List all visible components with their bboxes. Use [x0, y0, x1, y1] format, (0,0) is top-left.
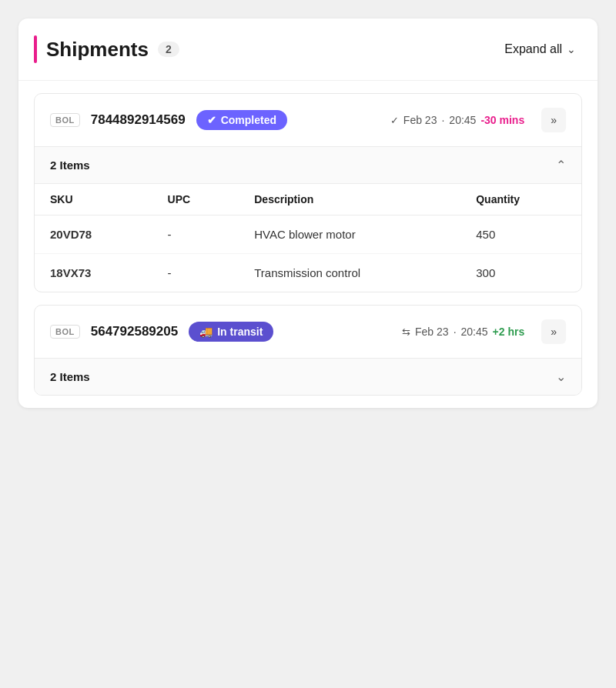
time-1: 20:45: [449, 114, 476, 126]
separator-2: ·: [454, 326, 457, 338]
items-count-2: 2 Items: [50, 370, 90, 383]
bol-label-2: BOL: [50, 325, 80, 339]
qty-cell-1-1: 300: [460, 254, 581, 292]
col-header-upc-1: UPC: [152, 184, 239, 215]
main-card: Shipments 2 Expand all ⌄ BOL 78448929145…: [18, 18, 598, 408]
check-circle-icon: ✔: [207, 114, 216, 126]
status-label-1: Completed: [221, 114, 276, 126]
header-left: Shipments 2: [34, 35, 179, 63]
date-info-1: ✓ Feb 23 · 20:45 -30 mins: [390, 114, 524, 126]
page-container: Shipments 2 Expand all ⌄ BOL 78448929145…: [12, 12, 604, 414]
shipment-header-1: BOL 7844892914569 ✔ Completed ✓ Feb 23 ·…: [35, 94, 581, 146]
bol-number-1: 7844892914569: [91, 112, 186, 128]
page-header: Shipments 2 Expand all ⌄: [18, 18, 598, 81]
desc-cell-1-0: HVAC blower motor: [239, 215, 460, 254]
status-badge-2: 🚚 In transit: [189, 322, 273, 342]
date-2: Feb 23: [415, 326, 449, 338]
date-info-2: ⇆ Feb 23 · 20:45 +2 hrs: [402, 326, 524, 338]
bol-label-1: BOL: [50, 113, 80, 127]
sku-cell-1-0: 20VD78: [35, 215, 152, 254]
table-header-row-1: SKU UPC Description Quantity: [35, 184, 581, 215]
items-header-1[interactable]: 2 Items ⌃: [35, 147, 581, 183]
time-delta-2: +2 hrs: [493, 326, 525, 338]
col-header-desc-1: Description: [239, 184, 460, 215]
items-table-1: SKU UPC Description Quantity 20VD78 - HV…: [35, 183, 581, 292]
items-section-2: 2 Items ⌄: [35, 358, 581, 395]
bol-number-2: 564792589205: [91, 324, 178, 339]
table-row: 20VD78 - HVAC blower motor 450: [35, 215, 581, 254]
expand-all-label: Expand all: [504, 42, 562, 56]
chevron-up-icon-1: ⌃: [556, 158, 566, 172]
check-icon-1: ✓: [390, 115, 399, 126]
chevron-down-icon: ⌄: [567, 43, 576, 55]
desc-cell-1-1: Transmission control: [239, 254, 460, 292]
col-header-qty-1: Quantity: [460, 184, 581, 215]
nav-button-1[interactable]: »: [541, 108, 566, 132]
page-title: Shipments: [46, 38, 149, 62]
arrow-icon-2: ⇆: [402, 326, 410, 338]
table-row: 18VX73 - Transmission control 300: [35, 254, 581, 292]
nav-button-2[interactable]: »: [541, 319, 566, 344]
shipment-card-2: BOL 564792589205 🚚 In transit ⇆ Feb 23 ·…: [34, 305, 582, 396]
status-badge-1: ✔ Completed: [196, 110, 287, 130]
shipments-list: BOL 7844892914569 ✔ Completed ✓ Feb 23 ·…: [18, 81, 598, 408]
shipment-header-2: BOL 564792589205 🚚 In transit ⇆ Feb 23 ·…: [35, 306, 581, 358]
items-count-1: 2 Items: [50, 159, 90, 172]
upc-cell-1-1: -: [152, 254, 239, 292]
chevron-down-icon-2: ⌄: [556, 369, 566, 384]
shipment-card-1: BOL 7844892914569 ✔ Completed ✓ Feb 23 ·…: [34, 93, 582, 292]
col-header-sku-1: SKU: [35, 184, 152, 215]
qty-cell-1-0: 450: [460, 215, 581, 254]
time-delta-1: -30 mins: [480, 114, 524, 126]
shipment-count-badge: 2: [158, 42, 179, 57]
items-section-1: 2 Items ⌃ SKU UPC Description Quantity: [35, 146, 581, 292]
date-1: Feb 23: [403, 114, 437, 126]
truck-icon: 🚚: [199, 326, 213, 338]
items-header-2[interactable]: 2 Items ⌄: [35, 359, 581, 395]
separator-1: ·: [441, 114, 444, 126]
sku-cell-1-1: 18VX73: [35, 254, 152, 292]
accent-bar: [34, 35, 37, 63]
status-label-2: In transit: [217, 326, 263, 338]
upc-cell-1-0: -: [152, 215, 239, 254]
expand-all-button[interactable]: Expand all ⌄: [504, 42, 576, 56]
time-2: 20:45: [461, 326, 488, 338]
